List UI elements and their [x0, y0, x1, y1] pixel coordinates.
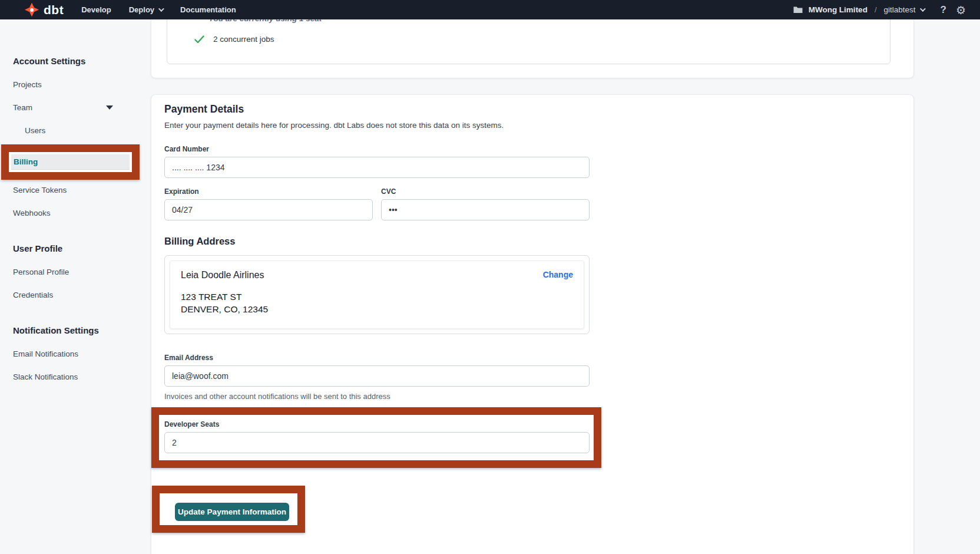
caret-down-icon[interactable] — [106, 105, 113, 110]
email-label: Email Address — [164, 354, 900, 362]
breadcrumb-separator: / — [873, 5, 878, 14]
change-address-link[interactable]: Change — [543, 270, 573, 279]
help-icon[interactable]: ? — [941, 4, 946, 16]
billing-address-card: Leia Doodle Airlines Change 123 TREAT ST… — [170, 260, 584, 329]
sidebar-item-service-tokens[interactable]: Service Tokens — [0, 186, 140, 194]
developer-seats-input[interactable] — [164, 432, 590, 453]
sidebar-heading-notification-settings: Notification Settings — [0, 325, 140, 335]
dbt-logo-icon — [25, 3, 39, 17]
developer-seats-label: Developer Seats — [164, 420, 588, 428]
chevron-down-icon — [158, 6, 164, 12]
city-address: DENVER, CO, 12345 — [181, 303, 573, 315]
sidebar-item-projects[interactable]: Projects — [0, 80, 140, 89]
project-name-label: gitlabtest — [884, 5, 916, 14]
email-input[interactable] — [164, 365, 590, 387]
settings-gear-icon[interactable]: ⚙ — [956, 4, 966, 17]
annotation-box-billing: Billing — [1, 144, 140, 180]
update-payment-button[interactable]: Update Payment Information — [175, 503, 289, 521]
top-navbar: dbt Develop Deploy Documentation MWong L… — [0, 0, 980, 19]
annotation-box-update-button: Update Payment Information — [152, 486, 305, 533]
sidebar-item-email-notifications[interactable]: Email Notifications — [0, 349, 140, 358]
sidebar-item-billing[interactable]: Billing — [11, 154, 130, 170]
nav-item-documentation[interactable]: Documentation — [180, 5, 236, 14]
sidebar-item-users[interactable]: Users — [0, 126, 140, 135]
folder-icon — [793, 6, 803, 14]
sidebar-item-credentials[interactable]: Credentials — [0, 291, 140, 299]
chevron-down-icon — [920, 6, 926, 12]
payment-details-title: Payment Details — [164, 103, 900, 116]
sidebar-item-webhooks[interactable]: Webhooks — [0, 209, 140, 217]
email-helper-text: Invoices and other account notifications… — [164, 392, 900, 401]
nav-item-deploy[interactable]: Deploy — [129, 5, 163, 14]
sidebar: Account Settings Projects Team Users Bil… — [0, 19, 140, 381]
sidebar-item-slack-notifications[interactable]: Slack Notifications — [0, 372, 140, 381]
check-icon — [194, 35, 204, 44]
account-name[interactable]: MWong Limited — [809, 5, 868, 14]
clipped-text-fragment — [203, 469, 900, 471]
annotation-box-developer-seats: Developer Seats — [151, 407, 601, 468]
sidebar-item-team-label: Team — [13, 103, 32, 112]
sidebar-item-billing-label: Billing — [14, 157, 38, 166]
sidebar-item-personal-profile[interactable]: Personal Profile — [0, 268, 140, 276]
usage-card: You are currently using 1 seat 2 concurr… — [151, 12, 914, 78]
expiration-input[interactable] — [164, 199, 373, 220]
street-address: 123 TREAT ST — [181, 291, 573, 303]
cvc-label: CVC — [381, 187, 590, 196]
dbt-logo[interactable]: dbt — [25, 3, 64, 17]
card-number-input[interactable] — [164, 157, 590, 178]
billing-address-title: Billing Address — [164, 236, 900, 247]
project-switcher[interactable]: gitlabtest — [884, 5, 924, 14]
nav-item-deploy-label: Deploy — [129, 5, 154, 14]
expiration-label: Expiration — [164, 187, 373, 196]
payment-details-description: Enter your payment details here for proc… — [164, 121, 900, 130]
concurrent-jobs-text: 2 concurrent jobs — [213, 35, 274, 44]
payment-card: Payment Details Enter your payment detai… — [151, 94, 914, 554]
dbt-logo-text: dbt — [44, 3, 64, 17]
cvc-input[interactable] — [381, 199, 590, 220]
nav-item-develop[interactable]: Develop — [81, 5, 111, 14]
sidebar-heading-user-profile: User Profile — [0, 243, 140, 253]
sidebar-heading-account-settings: Account Settings — [0, 56, 140, 66]
card-number-label: Card Number — [164, 145, 900, 153]
billing-address-box: Leia Doodle Airlines Change 123 TREAT ST… — [164, 255, 590, 334]
sidebar-item-team[interactable]: Team — [0, 103, 140, 112]
company-name: Leia Doodle Airlines — [181, 270, 264, 281]
